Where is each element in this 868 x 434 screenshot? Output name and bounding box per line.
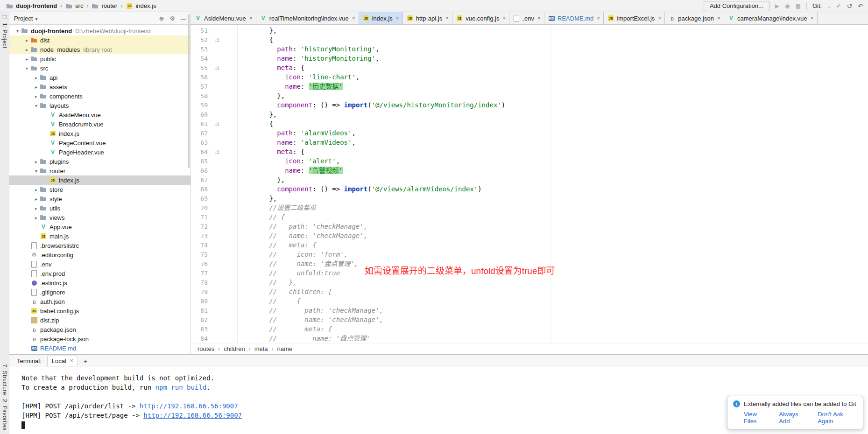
tab-close-icon[interactable] <box>537 15 541 21</box>
code-line[interactable]: }, <box>238 26 868 35</box>
fold-marker-icon[interactable] <box>215 122 219 126</box>
editor-tab[interactable]: index.js <box>359 12 403 24</box>
debug-icon[interactable] <box>785 3 790 9</box>
chevron-right-icon[interactable] <box>23 47 30 52</box>
editor-tab[interactable]: .env <box>509 12 544 24</box>
chevron-right-icon[interactable] <box>33 159 40 164</box>
code-line[interactable]: component: () => import('@/views/history… <box>238 100 868 110</box>
tree-item[interactable]: api <box>9 73 191 82</box>
chevron-down-icon[interactable] <box>23 66 30 71</box>
tree-item[interactable]: dist.zip <box>9 315 191 325</box>
code-line[interactable]: // meta: { <box>238 240 868 250</box>
tree-item[interactable]: duoji-frontendD:\zheheWeb\duoji-frontend <box>9 26 191 35</box>
code-line[interactable]: // icon: 'form', <box>238 250 868 259</box>
code-line[interactable]: component: () => import('@/views/alarmVi… <box>238 184 868 194</box>
tree-item[interactable]: auth.json <box>9 297 191 306</box>
tab-close-icon[interactable] <box>445 15 449 21</box>
notification-action-link[interactable]: Don't Ask Again <box>818 411 857 425</box>
notification-action-link[interactable]: View Files <box>744 411 769 425</box>
code-line[interactable]: // meta: { <box>238 324 868 334</box>
code-line[interactable]: name: '历史数据' <box>238 82 868 91</box>
chevron-down-icon[interactable] <box>14 28 21 34</box>
chevron-down-icon[interactable] <box>33 103 40 108</box>
tree-item[interactable]: README.md <box>9 343 191 353</box>
breadcrumb-item[interactable]: duoji-frontend <box>5 2 58 10</box>
add-configuration-button[interactable]: Add Configuration... <box>704 1 769 11</box>
chevron-right-icon[interactable] <box>23 56 30 62</box>
breadcrumb-item[interactable]: index.js <box>124 2 157 10</box>
code-line[interactable]: // name: '盘点管理' <box>238 334 868 343</box>
code-line[interactable]: //设置二级菜单 <box>238 203 868 212</box>
editor-breadcrumb-item[interactable]: name <box>277 345 293 352</box>
tab-close-icon[interactable] <box>811 15 814 21</box>
fold-marker-icon[interactable] <box>215 150 219 154</box>
editor-breadcrumb-item[interactable]: children <box>224 345 245 352</box>
tree-item[interactable]: main.js <box>9 231 191 241</box>
chevron-right-icon[interactable] <box>33 206 40 211</box>
editor-tab[interactable]: package.json <box>665 12 724 24</box>
tree-item[interactable]: .env.prod <box>9 269 191 278</box>
editor-tab[interactable]: realTimeMonitoring\index.vue <box>256 12 359 24</box>
tree-item[interactable]: utils <box>9 203 191 213</box>
editor-breadcrumb-item[interactable]: meta <box>254 345 268 352</box>
chevron-right-icon[interactable] <box>33 94 40 99</box>
code-line[interactable]: meta: { <box>238 63 868 72</box>
tree-item[interactable]: .browserslistrc <box>9 241 191 250</box>
tree-item[interactable]: package.json <box>9 325 191 334</box>
code-line[interactable]: meta: { <box>238 147 868 156</box>
editor-tab[interactable]: vue.config.js <box>452 12 509 24</box>
code-line[interactable]: }, <box>238 194 868 203</box>
terminal-tab-local[interactable]: Local <box>47 356 78 366</box>
tree-item[interactable]: assets <box>9 82 191 91</box>
code-line[interactable]: name: '告警视频' <box>238 166 868 175</box>
tree-item[interactable]: src <box>9 63 191 73</box>
code-line[interactable]: // name: 'checkManage', <box>238 315 868 324</box>
tree-item[interactable]: store <box>9 185 191 194</box>
tab-close-icon[interactable] <box>597 15 600 21</box>
new-terminal-icon[interactable] <box>84 357 88 365</box>
code-area[interactable]: }, { path: 'historyMonitoring', name: 'h… <box>238 25 868 343</box>
gear-icon[interactable] <box>169 15 175 22</box>
git-commit-icon[interactable] <box>836 3 841 9</box>
chevron-down-icon[interactable] <box>33 168 40 174</box>
fold-marker-icon[interactable] <box>215 38 219 42</box>
editor-tab[interactable]: importExcel.js <box>604 12 665 24</box>
tree-item[interactable]: router <box>9 166 191 175</box>
editor-tab[interactable]: http-api.js <box>403 12 452 24</box>
tree-item[interactable]: App.vue <box>9 222 191 231</box>
code-line[interactable]: // { <box>238 296 868 306</box>
tree-item[interactable]: layouts <box>9 101 191 110</box>
code-line[interactable]: // }, <box>238 278 868 287</box>
profiler-icon[interactable] <box>796 3 801 9</box>
code-line[interactable]: // name: 'checkManage', <box>238 231 868 240</box>
tree-item[interactable]: components <box>9 91 191 101</box>
tree-item[interactable]: style <box>9 194 191 203</box>
chevron-right-icon[interactable] <box>33 84 40 90</box>
tree-item[interactable]: AsideMenu.vue <box>9 110 191 119</box>
code-line[interactable]: }, <box>238 91 868 100</box>
tree-item[interactable]: .eslintrc.js <box>9 278 191 287</box>
editor-tab[interactable]: cameraManage\index.vue <box>724 12 818 24</box>
tree-item[interactable]: public <box>9 54 191 63</box>
code-line[interactable]: icon: 'alert', <box>238 156 868 166</box>
breadcrumb-item[interactable]: router <box>90 2 119 10</box>
editor-tab[interactable]: README.md <box>544 12 604 24</box>
code-line[interactable]: // path: 'checkManage', <box>238 222 868 231</box>
history-icon[interactable] <box>847 3 853 9</box>
tab-close-icon[interactable] <box>352 15 355 21</box>
tab-close-icon[interactable] <box>658 15 661 21</box>
editor-tab[interactable]: AsideMenu.vue <box>191 12 256 24</box>
tool-button-structure[interactable]: 7: Structure <box>1 364 8 395</box>
tree-item[interactable]: PageContent.vue <box>9 138 191 147</box>
project-view-title[interactable]: Project <box>14 15 33 22</box>
code-line[interactable]: // path: 'checkManage', <box>238 306 868 315</box>
code-line[interactable]: name: 'historyMonitoring', <box>238 54 868 63</box>
tool-button-favorites[interactable]: 2: Favorites <box>1 399 8 431</box>
tree-item[interactable]: plugins <box>9 157 191 166</box>
chevron-right-icon[interactable] <box>33 187 40 192</box>
tab-close-icon[interactable] <box>249 15 253 21</box>
tree-item[interactable]: Breadcrumb.vue <box>9 119 191 129</box>
tree-item[interactable]: node_moduleslibrary root <box>9 45 191 54</box>
code-line[interactable]: path: 'alarmVideos', <box>238 128 868 138</box>
code-line[interactable]: }, <box>238 110 868 119</box>
